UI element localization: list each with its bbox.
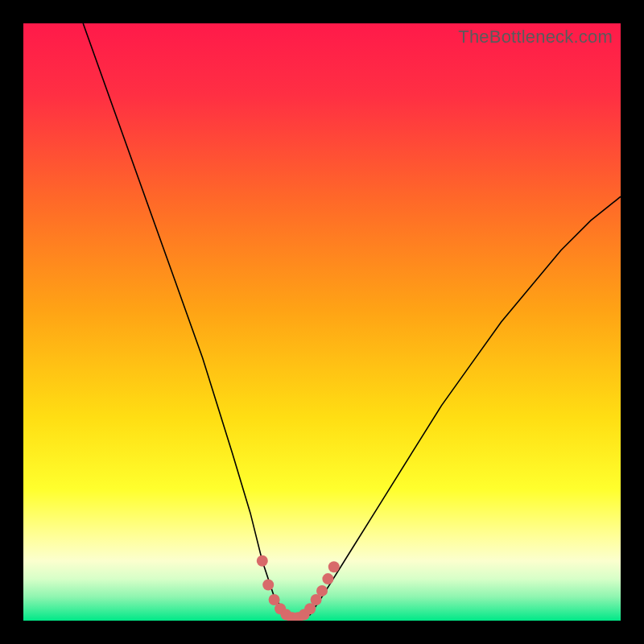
bottleneck-curve — [83, 23, 621, 621]
chart-svg — [23, 23, 621, 621]
valley-dot — [322, 573, 333, 584]
chart-frame: TheBottleneck.com — [23, 23, 621, 621]
valley-dot — [328, 561, 340, 572]
valley-dot — [257, 555, 268, 567]
valley-dot — [262, 580, 274, 591]
valley-dot — [316, 585, 328, 597]
